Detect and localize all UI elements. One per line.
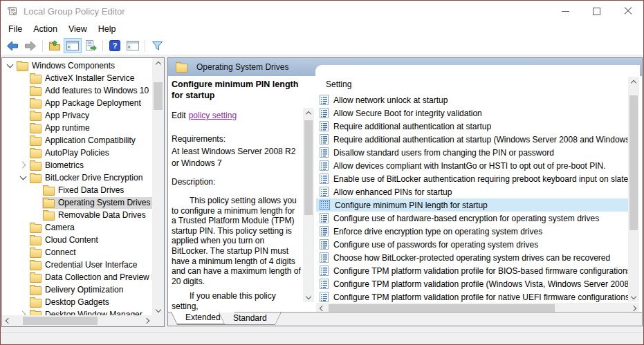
tree-chevron-icon[interactable] — [31, 209, 42, 221]
minimize-button[interactable] — [550, 1, 581, 21]
tree-chevron-icon[interactable] — [18, 234, 29, 245]
menu-help[interactable]: Help — [93, 22, 122, 36]
tree-chevron-icon[interactable] — [18, 284, 29, 295]
export-list-button[interactable] — [82, 38, 100, 53]
setting-label: Enforce drive encryption type on operati… — [333, 227, 542, 236]
setting-row[interactable]: Allow devices compliant with InstantGo o… — [316, 159, 628, 172]
tree-chevron-icon[interactable] — [18, 73, 29, 84]
tree-item[interactable]: App Privacy — [2, 109, 164, 122]
tree-vscroll-thumb[interactable] — [154, 82, 163, 110]
tree-chevron-icon[interactable] — [18, 160, 29, 171]
tree-chevron-icon[interactable] — [18, 97, 29, 109]
tree-item[interactable]: Connect — [2, 246, 164, 259]
scroll-down-arrow[interactable] — [303, 292, 314, 302]
show-window-button[interactable] — [124, 38, 142, 53]
tab-standard[interactable]: Standard — [219, 313, 282, 325]
maximize-button[interactable] — [581, 1, 612, 21]
help-scroll-thumb[interactable] — [304, 120, 313, 215]
tree-horizontal-scrollbar[interactable] — [2, 315, 152, 326]
tree-vertical-scrollbar[interactable] — [152, 58, 164, 315]
list-vscroll-thumb[interactable] — [629, 95, 638, 230]
setting-row[interactable]: Configure TPM platform validation profil… — [316, 264, 628, 277]
scroll-up-arrow[interactable] — [628, 77, 639, 86]
tree-chevron-icon[interactable] — [5, 60, 16, 71]
tree-chevron-icon[interactable] — [18, 297, 29, 308]
svg-text:?: ? — [113, 41, 118, 50]
tree-item[interactable]: Operating System Drives — [2, 196, 164, 209]
setting-row[interactable]: Configure use of passwords for operating… — [316, 238, 628, 251]
tree-item[interactable]: Credential User Interface — [2, 259, 164, 271]
setting-label: Allow devices compliant with InstantGo o… — [333, 161, 606, 171]
tree-chevron-icon[interactable] — [18, 110, 29, 121]
tree-item[interactable]: BitLocker Drive Encryption — [2, 171, 164, 184]
folder-icon — [43, 187, 55, 196]
setting-row[interactable]: Disallow standard users from changing th… — [316, 146, 628, 159]
tree-item[interactable]: Data Collection and Preview Bu — [2, 271, 164, 283]
tree-item[interactable]: App Package Deployment — [2, 97, 164, 109]
scroll-up-arrow[interactable] — [152, 58, 164, 68]
tree-item[interactable]: Cloud Content — [2, 234, 164, 246]
setting-label: Enable use of BitLocker authentication r… — [333, 174, 628, 184]
tree-chevron-icon[interactable] — [18, 172, 29, 183]
tree-item[interactable]: Add features to Windows 10 — [2, 84, 164, 97]
tree-item[interactable]: Removable Data Drives — [2, 209, 164, 221]
tree-item[interactable]: Biometrics — [2, 159, 164, 171]
up-one-level-button[interactable] — [46, 38, 64, 53]
tree-chevron-icon[interactable] — [18, 259, 29, 270]
scroll-right-arrow[interactable] — [142, 315, 152, 326]
show-console-tree-button[interactable] — [64, 38, 82, 53]
setting-row[interactable]: Configure TPM platform validation profil… — [316, 277, 628, 290]
filter-button[interactable] — [148, 38, 166, 53]
help-button[interactable]: ? — [106, 38, 124, 53]
tree-item[interactable]: Fixed Data Drives — [2, 184, 164, 196]
setting-row[interactable]: Configure TPM platform validation profil… — [316, 290, 628, 302]
policy-setting-link[interactable]: policy setting — [189, 111, 237, 120]
scroll-up-arrow[interactable] — [303, 108, 314, 118]
scroll-down-arrow[interactable] — [628, 292, 639, 302]
tree-chevron-icon[interactable] — [18, 222, 29, 233]
tree-chevron-icon[interactable] — [31, 185, 42, 196]
setting-row[interactable]: Enforce drive encryption type on operati… — [316, 225, 628, 238]
setting-row[interactable]: Allow Secure Boot for integrity validati… — [316, 106, 628, 120]
forward-button[interactable] — [21, 38, 39, 53]
setting-row[interactable]: Enable use of BitLocker authentication r… — [316, 172, 628, 185]
list-vertical-scrollbar[interactable] — [628, 77, 639, 302]
setting-label: Configure TPM platform validation profil… — [333, 279, 628, 289]
tree-hscroll-thumb[interactable] — [23, 317, 98, 325]
tree-chevron-icon[interactable] — [18, 272, 29, 283]
tree-item[interactable]: ActiveX Installer Service — [2, 72, 164, 84]
list-hscroll-thumb[interactable] — [329, 304, 555, 312]
setting-row[interactable]: Configure minimum PIN length for startup — [316, 198, 628, 212]
setting-row[interactable]: Require additional authentication at sta… — [316, 133, 628, 146]
tree-item[interactable]: Camera — [2, 221, 164, 234]
tree-chevron-icon[interactable] — [18, 85, 29, 96]
setting-row[interactable]: Allow enhanced PINs for startup — [316, 185, 628, 198]
setting-row[interactable]: Require additional authentication at sta… — [316, 120, 628, 133]
menu-view[interactable]: View — [63, 22, 93, 36]
scroll-down-arrow[interactable] — [152, 306, 164, 315]
tree-item[interactable]: AutoPlay Policies — [2, 147, 164, 159]
help-pane-scrollbar[interactable] — [303, 108, 314, 302]
scroll-left-arrow[interactable] — [2, 315, 12, 326]
tree-chevron-icon[interactable] — [18, 247, 29, 258]
tree-chevron-icon[interactable] — [31, 197, 42, 208]
tree-chevron-icon[interactable] — [18, 135, 29, 146]
folder-icon — [30, 75, 42, 84]
menu-action[interactable]: Action — [28, 22, 63, 36]
setting-column-header[interactable]: Setting — [326, 80, 351, 89]
tree-item[interactable]: Windows Components — [2, 59, 164, 72]
tree-item[interactable]: Delivery Optimization — [2, 283, 164, 296]
setting-row[interactable]: Choose how BitLocker-protected operating… — [316, 251, 628, 264]
close-button[interactable] — [612, 1, 643, 21]
setting-row[interactable]: Allow network unlock at startup — [316, 93, 628, 106]
tree-item[interactable]: App runtime — [2, 122, 164, 134]
menu-file[interactable]: File — [3, 22, 28, 36]
policy-setting-icon — [320, 279, 329, 289]
tree-item[interactable]: Application Compatibility — [2, 134, 164, 147]
folder-icon — [30, 174, 42, 183]
back-button[interactable] — [3, 38, 21, 53]
tree-chevron-icon[interactable] — [18, 122, 29, 133]
setting-row[interactable]: Configure use of hardware-based encrypti… — [316, 212, 628, 225]
tree-chevron-icon[interactable] — [18, 147, 29, 158]
tree-item[interactable]: Desktop Gadgets — [2, 296, 164, 308]
